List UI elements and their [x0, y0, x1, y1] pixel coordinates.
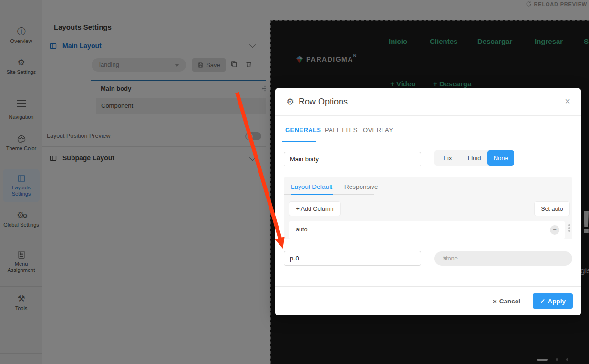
tab-responsive[interactable]: Responsive: [344, 183, 378, 190]
close-icon[interactable]: ×: [565, 96, 570, 107]
app-window: ⓘ Overview ⚙ Site Settings Navigation Th: [0, 0, 589, 364]
tab-overlay[interactable]: OVERLAY: [363, 126, 393, 134]
apply-label: Apply: [548, 298, 566, 305]
drag-handle-icon[interactable]: [568, 227, 570, 229]
x-icon: ×: [493, 297, 497, 305]
caret-down-icon: [443, 257, 448, 260]
modal-title: Row Options: [299, 97, 348, 107]
width-mode-group: Fix Fluid None: [434, 150, 514, 166]
row-options-modal: ⚙ Row Options × GENERALS PALETTES OVERLA…: [275, 88, 581, 315]
column-row[interactable]: auto −: [289, 221, 565, 239]
gear-icon: ⚙: [286, 96, 294, 107]
check-icon: ✓: [540, 297, 545, 305]
cancel-button[interactable]: × Cancel: [493, 297, 520, 305]
row-name-input[interactable]: [284, 152, 421, 166]
width-mode-fluid[interactable]: Fluid: [461, 150, 488, 166]
divider: [275, 115, 581, 116]
width-mode-fix[interactable]: Fix: [434, 150, 461, 166]
width-mode-none[interactable]: None: [487, 150, 514, 166]
column-value: auto: [296, 226, 307, 233]
set-auto-button[interactable]: Set auto: [535, 202, 569, 216]
add-column-label: + Add Column: [296, 206, 334, 212]
palette-select[interactable]: None: [434, 251, 572, 266]
cancel-label: Cancel: [499, 298, 520, 305]
tab-palettes[interactable]: PALETTES: [325, 126, 358, 134]
set-auto-label: Set auto: [541, 206, 563, 212]
tab-layout-default[interactable]: Layout Default: [291, 183, 332, 190]
apply-button[interactable]: ✓ Apply: [533, 293, 573, 309]
add-column-button[interactable]: + Add Column: [289, 202, 340, 216]
active-tab-underline: [291, 194, 333, 195]
divider: [275, 143, 581, 143]
remove-column-button[interactable]: −: [550, 225, 559, 235]
active-tab-underline: [282, 141, 316, 142]
layout-columns-card: Layout Default Responsive + Add Column S…: [284, 177, 572, 239]
row-class-input[interactable]: [284, 251, 421, 266]
tab-generals[interactable]: GENERALS: [285, 126, 321, 134]
modal-footer: × Cancel ✓ Apply: [275, 287, 581, 315]
